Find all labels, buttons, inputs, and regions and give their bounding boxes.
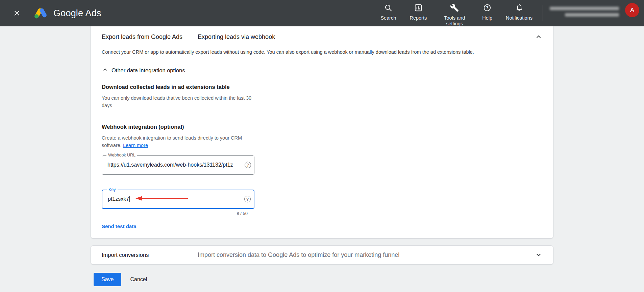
- expand-card-chevron-down-icon[interactable]: [534, 250, 543, 259]
- nav-help-label: Help: [482, 15, 492, 21]
- google-ads-logo[interactable]: Google Ads: [34, 6, 101, 20]
- text-caret: [129, 196, 130, 202]
- import-conversions-title: Import conversions: [102, 252, 198, 258]
- import-conversions-description: Import conversion data to Google Ads to …: [198, 251, 399, 259]
- reports-icon: [414, 3, 423, 14]
- chevron-up-icon: [102, 66, 108, 74]
- nav-search[interactable]: Search: [380, 3, 396, 21]
- export-leads-card: Export leads from Google Ads Exporting l…: [91, 26, 553, 239]
- webhook-url-field[interactable]: Webhook URL https://u1.savemyleads.com/w…: [102, 155, 254, 175]
- key-char-counter: 8 / 50: [102, 211, 254, 216]
- account-email-blurred: [565, 13, 619, 17]
- learn-more-link[interactable]: Learn more: [123, 143, 148, 148]
- header-nav: Search Reports Tools and settings ? Help: [374, 0, 639, 26]
- help-icon: ?: [483, 3, 492, 14]
- nav-reports-label: Reports: [410, 15, 427, 21]
- other-data-integration-label: Other data integration options: [112, 67, 185, 74]
- action-buttons: Save Cancel: [94, 273, 644, 286]
- close-icon[interactable]: [10, 6, 24, 20]
- nav-reports[interactable]: Reports: [410, 3, 427, 21]
- search-icon: [384, 3, 393, 14]
- key-help-icon[interactable]: ?: [244, 196, 251, 202]
- webhook-url-value: https://u1.savemyleads.com/web-hooks/131…: [107, 156, 242, 174]
- nav-tools-and-settings[interactable]: Tools and settings: [440, 3, 469, 26]
- other-data-integration-toggle[interactable]: Other data integration options: [102, 66, 543, 74]
- svg-text:?: ?: [486, 5, 488, 10]
- nav-notifications[interactable]: Notifications: [506, 3, 532, 21]
- red-arrow-annotation: [135, 196, 189, 202]
- import-conversions-card[interactable]: Import conversions Import conversion dat…: [91, 245, 553, 265]
- avatar-letter: A: [630, 6, 635, 14]
- app-title: Google Ads: [53, 8, 101, 19]
- account-info-redacted[interactable]: [550, 7, 619, 17]
- top-app-bar: Google Ads Search Reports Tools and sett…: [0, 0, 644, 26]
- collapse-card-chevron-up-icon[interactable]: [534, 32, 543, 41]
- webhook-url-help-icon[interactable]: ?: [245, 162, 251, 168]
- export-card-description: Connect your CRM or app to automatically…: [102, 49, 543, 55]
- download-leads-title: Download collected leads in ad extension…: [102, 84, 543, 90]
- save-button[interactable]: Save: [94, 273, 121, 286]
- avatar[interactable]: A: [625, 3, 639, 17]
- export-card-subtitle: Exporting leads via webhook: [198, 33, 275, 41]
- download-leads-description: You can only download leads that've been…: [102, 94, 258, 110]
- header-divider: [543, 5, 543, 21]
- export-card-header: Export leads from Google Ads Exporting l…: [102, 32, 543, 41]
- google-ads-logo-icon: [34, 6, 48, 20]
- send-test-data-button[interactable]: Send test data: [102, 223, 137, 229]
- nav-help[interactable]: ? Help: [482, 3, 492, 21]
- export-card-title: Export leads from Google Ads: [102, 33, 198, 41]
- webhook-integration-title: Webhook integration (optional): [102, 124, 543, 130]
- account-id-blurred: [550, 7, 619, 10]
- webhook-integration-description: Create a webhook integration to send lea…: [102, 134, 258, 149]
- nav-tools-label: Tools and settings: [440, 15, 469, 26]
- cancel-button[interactable]: Cancel: [130, 276, 147, 283]
- key-field[interactable]: Key pt1zsxk7 ?: [102, 190, 254, 209]
- nav-search-label: Search: [380, 15, 396, 21]
- wrench-icon: [450, 3, 459, 14]
- nav-notifications-label: Notifications: [506, 15, 532, 21]
- bell-icon: [515, 3, 524, 14]
